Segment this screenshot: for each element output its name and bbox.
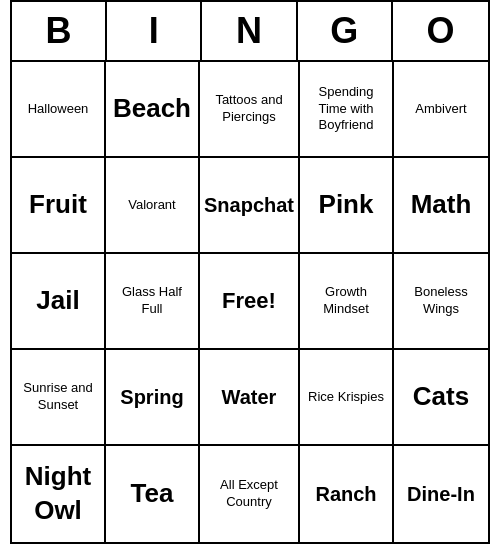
bingo-cell: Valorant <box>106 158 200 254</box>
bingo-cell: All Except Country <box>200 446 300 542</box>
cell-text: Spring <box>120 384 183 410</box>
header-letter: N <box>202 2 297 60</box>
bingo-header: BINGO <box>12 2 488 62</box>
bingo-cell: Spring <box>106 350 200 446</box>
cell-text: Fruit <box>29 188 87 222</box>
bingo-grid: HalloweenBeachTattoos and PiercingsSpend… <box>12 62 488 542</box>
cell-text: Pink <box>319 188 374 222</box>
cell-text: Math <box>411 188 472 222</box>
bingo-cell: Dine-In <box>394 446 488 542</box>
bingo-cell: Night Owl <box>12 446 106 542</box>
cell-text: Dine-In <box>407 481 475 507</box>
cell-text: Halloween <box>28 101 89 118</box>
bingo-cell: Halloween <box>12 62 106 158</box>
header-letter: B <box>12 2 107 60</box>
bingo-cell: Boneless Wings <box>394 254 488 350</box>
cell-text: Growth Mindset <box>304 284 388 318</box>
cell-text: Beach <box>113 92 191 126</box>
bingo-card: BINGO HalloweenBeachTattoos and Piercing… <box>10 0 490 544</box>
cell-text: Valorant <box>128 197 175 214</box>
header-letter: G <box>298 2 393 60</box>
bingo-cell: Ranch <box>300 446 394 542</box>
cell-text: Spending Time with Boyfriend <box>304 84 388 135</box>
cell-text: Snapchat <box>204 192 294 218</box>
bingo-cell: Math <box>394 158 488 254</box>
bingo-cell: Spending Time with Boyfriend <box>300 62 394 158</box>
bingo-cell: Sunrise and Sunset <box>12 350 106 446</box>
bingo-cell: Water <box>200 350 300 446</box>
header-letter: O <box>393 2 488 60</box>
bingo-cell: Cats <box>394 350 488 446</box>
cell-text: Glass Half Full <box>110 284 194 318</box>
bingo-cell: Tea <box>106 446 200 542</box>
cell-text: Cats <box>413 380 469 414</box>
cell-text: Night Owl <box>16 460 100 528</box>
bingo-cell: Snapchat <box>200 158 300 254</box>
cell-text: Tattoos and Piercings <box>204 92 294 126</box>
bingo-cell: Glass Half Full <box>106 254 200 350</box>
cell-text: Ambivert <box>415 101 466 118</box>
header-letter: I <box>107 2 202 60</box>
cell-text: Sunrise and Sunset <box>16 380 100 414</box>
bingo-cell: Beach <box>106 62 200 158</box>
bingo-cell: Rice Krispies <box>300 350 394 446</box>
cell-text: Jail <box>36 284 79 318</box>
bingo-cell: Jail <box>12 254 106 350</box>
bingo-cell: Fruit <box>12 158 106 254</box>
bingo-cell: Pink <box>300 158 394 254</box>
bingo-cell: Growth Mindset <box>300 254 394 350</box>
cell-text: Free! <box>222 287 276 316</box>
cell-text: Rice Krispies <box>308 389 384 406</box>
cell-text: All Except Country <box>204 477 294 511</box>
cell-text: Water <box>222 384 277 410</box>
cell-text: Tea <box>131 477 174 511</box>
bingo-cell: Free! <box>200 254 300 350</box>
cell-text: Ranch <box>315 481 376 507</box>
bingo-cell: Tattoos and Piercings <box>200 62 300 158</box>
bingo-cell: Ambivert <box>394 62 488 158</box>
cell-text: Boneless Wings <box>398 284 484 318</box>
